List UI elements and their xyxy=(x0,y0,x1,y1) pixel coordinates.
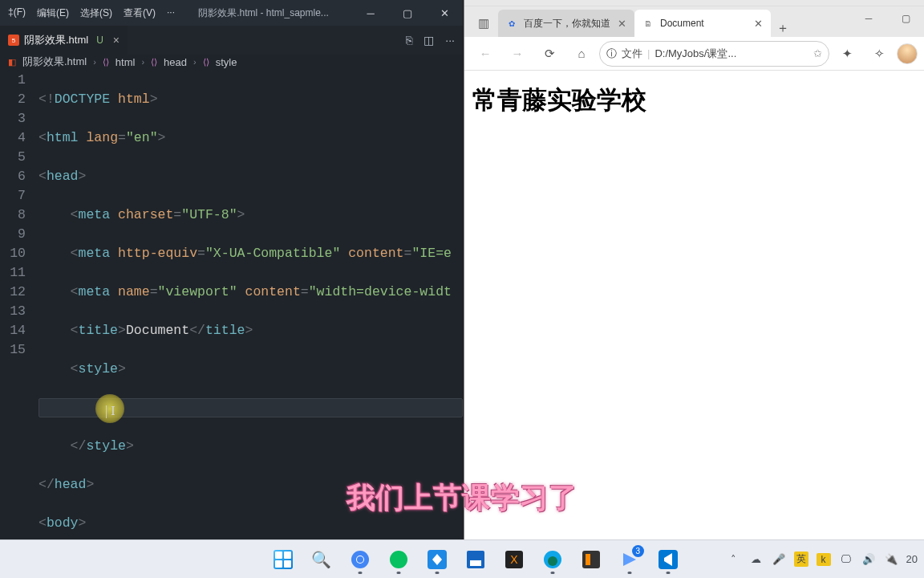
edge-browser-window: ▥ ✿ 百度一下，你就知道 ✕ 🗎 Document ✕ ＋ ─ ▢ ← → ⟳… xyxy=(464,0,924,539)
svg-rect-12 xyxy=(586,554,590,565)
info-icon[interactable]: ⓘ xyxy=(606,47,617,61)
code-area[interactable]: <!DOCTYPE html> <html lang="en"> <head> … xyxy=(38,69,463,578)
breadcrumb-file[interactable]: 阴影效果.html xyxy=(22,55,87,69)
svg-point-3 xyxy=(390,551,407,568)
chevron-right-icon: › xyxy=(141,57,144,67)
refresh-button[interactable]: ⟳ xyxy=(535,39,564,68)
browser-viewport: 常青藤实验学校 xyxy=(464,71,924,539)
html-file-icon: ◧ xyxy=(8,57,16,67)
browser-tab-document[interactable]: 🗎 Document ✕ xyxy=(634,10,771,37)
volume-icon[interactable]: 🔊 xyxy=(861,553,876,565)
back-button[interactable]: ← xyxy=(471,39,500,68)
browser-top-strip xyxy=(464,0,924,6)
browser-tab-baidu[interactable]: ✿ 百度一下，你就知道 ✕ xyxy=(498,10,634,37)
vscode-window: ‡(F) 编辑(E) 选择(S) 查看(V) ··· 阴影效果.html - h… xyxy=(0,0,463,539)
browser-toolbar: ← → ⟳ ⌂ ⓘ 文件 | D:/MyJobs/课堂... ✩ ✦ ✧ xyxy=(464,37,924,71)
code-editor[interactable]: 123456789101112131415 <!DOCTYPE html> <h… xyxy=(0,69,463,578)
vs-icon[interactable]: 3 xyxy=(614,543,646,576)
breadcrumb-bar: ◧ 阴影效果.html › ⟨⟩ html › ⟨⟩ head › ⟨⟩ sty… xyxy=(0,55,463,69)
tab-title: 百度一下，你就知道 xyxy=(524,17,610,31)
browser-tab-bar: ▥ ✿ 百度一下，你就知道 ✕ 🗎 Document ✕ ＋ ─ ▢ xyxy=(464,6,924,37)
tab-filename: 阴影效果.html xyxy=(24,33,88,47)
split-editor-icon[interactable]: ◫ xyxy=(424,34,434,47)
compare-icon[interactable]: ⎘ xyxy=(406,34,412,47)
windows-taskbar: 🔍 X 3 ˄ ☁ 🎤 英 k 🖵 🔊 🔌 20 xyxy=(0,539,924,578)
url-path: D:/MyJobs/课堂... xyxy=(654,47,736,61)
active-line[interactable]: | I xyxy=(38,398,463,417)
search-icon[interactable]: 🔍 xyxy=(306,543,338,576)
svg-text:X: X xyxy=(510,553,518,566)
chrome-icon[interactable] xyxy=(344,543,376,576)
wechat-icon[interactable] xyxy=(383,543,415,576)
html-file-icon: 5 xyxy=(8,35,19,46)
close-button[interactable]: ✕ xyxy=(426,0,463,26)
tab-close-icon[interactable]: ✕ xyxy=(754,18,763,30)
vscode-menubar: ‡(F) 编辑(E) 选择(S) 查看(V) ··· xyxy=(0,6,175,20)
save-icon[interactable] xyxy=(460,543,492,576)
menu-edit[interactable]: 编辑(E) xyxy=(37,6,69,20)
git-status-badge: U xyxy=(96,35,103,46)
app-icon-blue[interactable] xyxy=(421,543,453,576)
breadcrumb-style[interactable]: style xyxy=(216,56,237,68)
svg-rect-11 xyxy=(582,551,600,568)
new-tab-button[interactable]: ＋ xyxy=(771,20,795,37)
svg-rect-6 xyxy=(470,560,481,566)
menu-file[interactable]: ‡(F) xyxy=(8,6,26,20)
badge-count: 3 xyxy=(632,545,644,557)
profile-avatar[interactable] xyxy=(897,43,918,64)
svg-point-2 xyxy=(357,556,363,563)
menu-select[interactable]: 选择(S) xyxy=(80,6,112,20)
clock[interactable]: 20 xyxy=(906,553,918,565)
menu-view[interactable]: 查看(V) xyxy=(124,6,156,20)
address-bar[interactable]: ⓘ 文件 | D:/MyJobs/课堂... ✩ xyxy=(599,41,829,67)
line-gutter: 123456789101112131415 xyxy=(0,69,38,578)
more-actions-icon[interactable]: ··· xyxy=(445,34,455,47)
edge-icon[interactable] xyxy=(537,543,569,576)
tag-icon: ⟨⟩ xyxy=(103,57,109,67)
onedrive-icon[interactable]: ☁ xyxy=(749,553,764,565)
url-separator: | xyxy=(647,47,650,59)
chevron-up-icon[interactable]: ˄ xyxy=(727,553,741,565)
maximize-button[interactable]: ▢ xyxy=(389,0,426,26)
taskbar-center: 🔍 X 3 xyxy=(225,543,727,576)
url-scheme-label: 文件 xyxy=(622,47,642,61)
vscode-title: 阴影效果.html - html_sapmle... xyxy=(175,6,352,20)
extensions-icon[interactable]: ✦ xyxy=(833,39,861,68)
tag-icon: ⟨⟩ xyxy=(151,57,157,67)
tab-close-icon[interactable]: × xyxy=(113,34,120,47)
power-icon[interactable]: 🔌 xyxy=(884,553,898,565)
chevron-right-icon: › xyxy=(93,57,96,67)
breadcrumb-head[interactable]: head xyxy=(164,56,187,68)
vscode-icon[interactable] xyxy=(652,543,684,576)
text-cursor: | I xyxy=(105,401,116,421)
page-heading: 常青藤实验学校 xyxy=(472,83,916,117)
tag-icon: ⟨⟩ xyxy=(203,57,209,67)
app-icon-dark[interactable] xyxy=(575,543,607,576)
svg-point-10 xyxy=(548,556,557,566)
forward-button[interactable]: → xyxy=(503,39,532,68)
battery-icon[interactable]: 🖵 xyxy=(839,553,853,565)
baidu-favicon-icon: ✿ xyxy=(506,18,517,29)
breadcrumb-html[interactable]: html xyxy=(116,56,136,68)
collections-icon[interactable]: ✧ xyxy=(865,39,894,68)
mic-icon[interactable]: 🎤 xyxy=(772,553,786,565)
menu-more[interactable]: ··· xyxy=(167,6,175,20)
vscode-titlebar: ‡(F) 编辑(E) 选择(S) 查看(V) ··· 阴影效果.html - h… xyxy=(0,0,463,26)
minimize-button[interactable]: ─ xyxy=(352,0,389,26)
tab-actions-icon[interactable]: ▥ xyxy=(469,10,498,37)
start-button[interactable] xyxy=(267,543,299,576)
favorites-icon[interactable]: ✩ xyxy=(813,47,822,59)
editor-tab-active[interactable]: 5 阴影效果.html U × xyxy=(0,26,128,55)
system-tray: ˄ ☁ 🎤 英 k 🖵 🔊 🔌 20 xyxy=(727,552,924,567)
xampp-icon[interactable]: X xyxy=(498,543,530,576)
ime-indicator[interactable]: 英 xyxy=(794,552,808,567)
chevron-right-icon: › xyxy=(193,57,197,67)
maximize-button[interactable]: ▢ xyxy=(887,6,924,31)
document-favicon-icon: 🗎 xyxy=(642,18,654,29)
tab-title: Document xyxy=(660,18,704,29)
minimize-button[interactable]: ─ xyxy=(850,6,887,31)
home-button[interactable]: ⌂ xyxy=(567,39,596,68)
vscode-tab-bar: 5 阴影效果.html U × ⎘ ◫ ··· xyxy=(0,26,463,55)
tab-close-icon[interactable]: ✕ xyxy=(618,18,626,30)
ime-k-icon[interactable]: k xyxy=(817,553,831,566)
